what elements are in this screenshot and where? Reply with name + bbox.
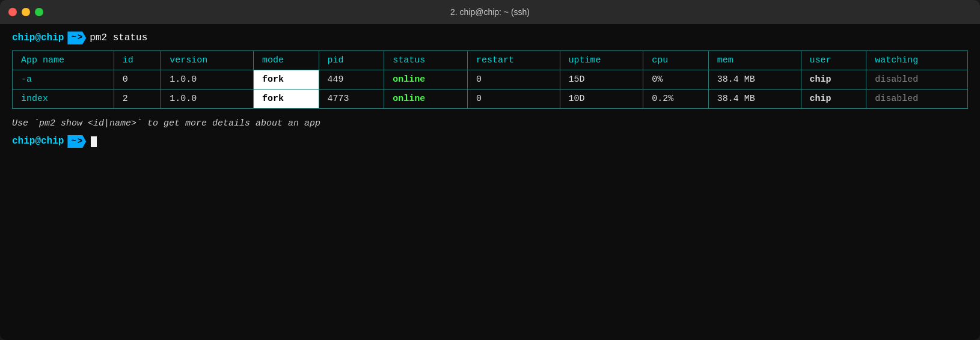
cell-appname: -a [13, 70, 114, 90]
prompt-command-1: pm2 status [90, 31, 147, 44]
th-watching: watching [866, 51, 968, 70]
prompt-arrow-1: ~ > [67, 31, 86, 44]
cell-restart: 0 [467, 70, 560, 90]
cell-mem: 38.4 MB [708, 70, 801, 90]
hint-line: Use `pm2 show <id|name>` to get more det… [12, 117, 968, 130]
cell-status: online [384, 70, 468, 90]
cell-user: chip [801, 90, 866, 109]
th-pid: pid [319, 51, 384, 70]
cell-pid: 449 [319, 70, 384, 90]
prompt-user-1: chip@chip [12, 31, 64, 44]
terminal-window: 2. chip@chip: ~ (ssh) chip@chip ~ > pm2 … [0, 0, 980, 340]
th-user: user [801, 51, 866, 70]
cell-uptime: 15D [560, 70, 643, 90]
prompt-user-2: chip@chip [12, 135, 64, 148]
table-row: -a 0 1.0.0 fork 449 online 0 15D 0% 38.4… [13, 70, 968, 90]
th-status: status [384, 51, 468, 70]
th-version: version [161, 51, 254, 70]
cell-mode: fork [253, 90, 319, 109]
cell-watching: disabled [866, 90, 968, 109]
table-header-row: App name id version mode pid status rest… [13, 51, 968, 70]
cell-pid: 4773 [319, 90, 384, 109]
cell-id: 2 [114, 90, 161, 109]
table-row: index 2 1.0.0 fork 4773 online 0 10D 0.2… [13, 90, 968, 109]
cell-uptime: 10D [560, 90, 643, 109]
prompt-line-2: chip@chip ~ > [12, 135, 968, 148]
close-button[interactable] [8, 8, 17, 16]
th-cpu: cpu [643, 51, 709, 70]
terminal-cursor [91, 136, 97, 147]
th-id: id [114, 51, 161, 70]
cell-appname: index [13, 90, 114, 109]
titlebar: 2. chip@chip: ~ (ssh) [0, 0, 980, 24]
prompt-arrow-2: ~ > [67, 135, 86, 148]
th-mem: mem [708, 51, 801, 70]
traffic-lights [8, 8, 43, 16]
cell-version: 1.0.0 [161, 70, 254, 90]
window-title: 2. chip@chip: ~ (ssh) [450, 7, 530, 17]
th-uptime: uptime [560, 51, 643, 70]
th-mode: mode [253, 51, 319, 70]
cell-mem: 38.4 MB [708, 90, 801, 109]
maximize-button[interactable] [35, 8, 43, 16]
cell-user: chip [801, 70, 866, 90]
th-restart: restart [467, 51, 560, 70]
cell-id: 0 [114, 70, 161, 90]
prompt-line-1: chip@chip ~ > pm2 status [12, 31, 968, 44]
cell-cpu: 0.2% [643, 90, 709, 109]
cell-mode: fork [253, 70, 319, 90]
cell-cpu: 0% [643, 70, 709, 90]
pm2-status-table: App name id version mode pid status rest… [12, 50, 968, 109]
cell-watching: disabled [866, 70, 968, 90]
cell-version: 1.0.0 [161, 90, 254, 109]
terminal-body[interactable]: chip@chip ~ > pm2 status App name id ver… [0, 24, 980, 340]
minimize-button[interactable] [22, 8, 30, 16]
cell-status: online [384, 90, 468, 109]
th-app-name: App name [13, 51, 114, 70]
cell-restart: 0 [467, 90, 560, 109]
